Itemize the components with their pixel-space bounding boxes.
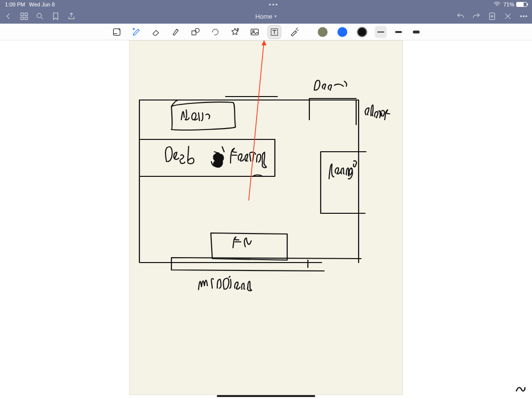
add-page-button[interactable] <box>488 12 497 21</box>
chevron-down-icon: ▾ <box>274 14 277 19</box>
stroke-medium[interactable] <box>393 26 404 38</box>
thumbnails-button[interactable] <box>20 12 29 21</box>
laser-pointer-tool[interactable] <box>287 25 301 39</box>
close-button[interactable] <box>503 12 512 21</box>
svg-rect-3 <box>25 17 28 20</box>
svg-point-4 <box>37 13 41 18</box>
multitask-dots-icon[interactable]: ••• <box>55 1 493 8</box>
svg-rect-0 <box>21 13 23 15</box>
app-nav-bar: Home ▾ <box>0 9 532 24</box>
search-button[interactable] <box>35 12 44 21</box>
svg-rect-1 <box>25 13 28 15</box>
status-date: Wed Jun 8 <box>29 1 55 7</box>
stroke-thick[interactable] <box>410 26 422 38</box>
svg-text:✱: ✱ <box>133 27 135 30</box>
read-mode-button[interactable] <box>110 25 124 39</box>
ios-status-bar: 1:09 PM Wed Jun 8 ••• 71% <box>0 0 532 9</box>
lasso-tool[interactable] <box>208 25 222 39</box>
svg-rect-14 <box>251 29 259 35</box>
canvas-stage <box>0 40 532 399</box>
svg-point-6 <box>521 16 522 17</box>
eraser-tool[interactable] <box>149 25 163 39</box>
bookmark-button[interactable] <box>51 12 60 21</box>
color-olive[interactable] <box>316 25 330 39</box>
svg-point-7 <box>523 16 524 17</box>
color-blue[interactable] <box>335 25 349 39</box>
elements-tool[interactable] <box>228 25 242 39</box>
more-button[interactable] <box>519 12 528 21</box>
color-black[interactable] <box>355 25 369 39</box>
share-button[interactable] <box>67 12 76 21</box>
redo-button[interactable] <box>472 12 481 21</box>
document-title: Home <box>255 13 272 20</box>
svg-point-12 <box>195 28 199 32</box>
home-indicator[interactable] <box>217 395 315 397</box>
document-title-dropdown[interactable]: Home ▾ <box>76 13 456 20</box>
note-page[interactable] <box>129 40 403 395</box>
battery-icon <box>516 2 527 7</box>
image-tool[interactable] <box>248 25 262 39</box>
svg-rect-2 <box>21 17 23 20</box>
back-button[interactable] <box>4 12 13 21</box>
scribble-mode-icon[interactable] <box>514 381 527 396</box>
svg-point-8 <box>526 16 527 17</box>
stroke-thin[interactable] <box>375 26 387 38</box>
battery-percent: 71% <box>503 1 514 7</box>
undo-button[interactable] <box>456 12 465 21</box>
pen-tool[interactable]: ✱ <box>130 25 143 39</box>
text-tool[interactable] <box>267 25 281 39</box>
highlighter-tool[interactable] <box>169 25 183 39</box>
status-time: 1:09 PM <box>5 1 25 7</box>
svg-point-13 <box>237 28 238 30</box>
shape-tool[interactable] <box>189 25 202 39</box>
drawing-toolbar: ✱ <box>0 24 532 40</box>
wifi-icon <box>493 0 501 9</box>
